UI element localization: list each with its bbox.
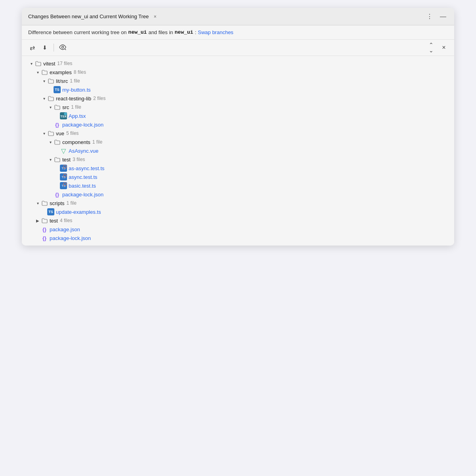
vue-file-icon: ▽: [60, 147, 67, 154]
tree-row-package-lock-root[interactable]: {} package-lock.json: [22, 234, 454, 242]
folder-icon: [41, 200, 48, 207]
chevron-down-icon: ▾: [35, 200, 41, 206]
chevron-placeholder: [35, 235, 41, 241]
chevron-down-icon: ▾: [41, 78, 47, 84]
tree-row-update-examples[interactable]: TS update-examples.ts: [22, 207, 454, 216]
folder-icon: [35, 60, 42, 67]
test-typescript-file-icon: TS: [60, 173, 67, 180]
swap-arrows-icon: ⇄: [30, 44, 35, 52]
toolbar-left: ⇄ ⬇: [27, 42, 68, 53]
folder-icon: [47, 77, 54, 84]
folder-icon: [54, 138, 61, 146]
file-tree: ▾ vitest 17 files ▾ examples 8 files ▾ l…: [22, 56, 454, 246]
file-count-label: 3 files: [73, 157, 85, 162]
minimize-button[interactable]: —: [438, 12, 448, 21]
tree-item-label: package.json: [50, 226, 80, 232]
toolbar-divider: [54, 44, 54, 52]
toolbar: ⇄ ⬇ ⌃⌄ ×: [22, 40, 454, 56]
file-count-label: 1 file: [71, 104, 81, 110]
tree-row-components[interactable]: ▾ components 1 file: [22, 138, 454, 146]
title-bar-right: ⋮ —: [424, 12, 448, 21]
test-typescript-file-icon: TS: [60, 165, 67, 172]
json-file-icon: {}: [41, 234, 48, 242]
folder-icon: [54, 104, 61, 111]
file-count-label: 1 file: [67, 200, 77, 206]
tree-item-label: react-testing-lib: [56, 96, 91, 102]
typescript-file-icon: TS: [54, 86, 61, 93]
tree-row-app-tsx[interactable]: TSX App.tsx: [22, 111, 454, 120]
tree-item-label: components: [62, 139, 90, 145]
swap-icon-button[interactable]: ⇄: [27, 42, 38, 53]
info-suffix: :: [195, 29, 196, 35]
test-typescript-file-icon: TS: [60, 182, 67, 189]
json-file-icon: {}: [41, 226, 48, 233]
chevron-right-icon: ▶: [35, 217, 41, 224]
json-file-icon: {}: [54, 121, 61, 128]
tree-item-label: vitest: [43, 61, 55, 67]
window-title: Changes Between new_ui and Current Worki…: [28, 13, 149, 19]
tree-row-package-json[interactable]: {} package.json: [22, 225, 454, 234]
close-icon: ×: [442, 44, 445, 51]
tree-row-basic-test[interactable]: TS basic.test.ts: [22, 181, 454, 190]
chevron-placeholder: [35, 226, 41, 232]
tree-row-package-lock-vue[interactable]: {} package-lock.json: [22, 190, 454, 199]
chevron-placeholder: [54, 148, 60, 154]
download-icon: ⬇: [42, 44, 47, 51]
close-panel-button[interactable]: ×: [438, 42, 449, 53]
chevron-down-icon: ▾: [41, 130, 47, 136]
tree-row-scripts[interactable]: ▾ scripts 1 file: [22, 199, 454, 207]
tree-row-test-root[interactable]: ▶ test 4 files: [22, 216, 454, 225]
file-count-label: 17 files: [57, 61, 72, 66]
folder-icon: [41, 217, 48, 224]
tree-row-my-button[interactable]: TS my-button.ts: [22, 85, 454, 94]
tab-close-button[interactable]: ×: [152, 13, 158, 20]
up-down-button[interactable]: ⌃⌄: [426, 42, 437, 53]
download-button[interactable]: ⬇: [39, 42, 50, 53]
folder-icon: [54, 156, 61, 163]
chevron-down-icon: ▾: [47, 104, 54, 110]
react-tsx-file-icon: TSX: [60, 112, 67, 119]
folder-icon: [47, 95, 54, 102]
file-count-label: 1 file: [70, 78, 80, 84]
tree-item-label: scripts: [50, 200, 65, 206]
tree-item-label: basic.test.ts: [69, 183, 96, 189]
tree-row-async-test[interactable]: TS async.test.ts: [22, 173, 454, 181]
tree-row-lit-src[interactable]: ▾ lit/src 1 file: [22, 77, 454, 85]
tree-item-label: test: [50, 218, 58, 224]
tree-row-examples[interactable]: ▾ examples 8 files: [22, 68, 454, 77]
tree-row-react-testing-lib[interactable]: ▾ react-testing-lib 2 files: [22, 94, 454, 103]
tree-row-test-vue[interactable]: ▾ test 3 files: [22, 155, 454, 164]
swap-branches-button[interactable]: Swap branches: [198, 29, 234, 35]
chevron-down-icon: ▾: [28, 60, 35, 67]
more-options-button[interactable]: ⋮: [424, 12, 435, 21]
chevron-placeholder: [54, 113, 60, 119]
chevron-down-icon: ▾: [35, 69, 41, 75]
tree-row-vitest[interactable]: ▾ vitest 17 files: [22, 59, 454, 68]
tree-item-label: test: [62, 157, 71, 163]
tree-item-label: AsAsync.vue: [69, 148, 98, 154]
folder-icon: [41, 69, 48, 76]
toolbar-right: ⌃⌄ ×: [426, 42, 449, 53]
tree-item-label: examples: [50, 69, 72, 75]
chevron-down-icon: ▾: [47, 156, 54, 163]
tree-row-package-lock-1[interactable]: {} package-lock.json: [22, 120, 454, 129]
chevron-placeholder: [54, 165, 60, 171]
tree-item-label: package-lock.json: [62, 122, 104, 128]
chevron-down-icon: ▾: [47, 139, 54, 145]
chevron-down-icon: ▾: [41, 95, 47, 102]
file-count-label: 4 files: [60, 218, 72, 223]
title-bar: Changes Between new_ui and Current Worki…: [22, 8, 454, 25]
file-count-label: 5 files: [66, 131, 79, 136]
tree-item-label: src: [62, 104, 69, 110]
chevron-placeholder: [47, 86, 54, 93]
tree-item-label: my-button.ts: [62, 87, 91, 93]
up-down-icon: ⌃⌄: [429, 42, 434, 53]
chevron-placeholder: [54, 174, 60, 180]
tree-row-asasync-vue[interactable]: ▽ AsAsync.vue: [22, 146, 454, 155]
eye-button[interactable]: [57, 42, 68, 53]
tree-item-label: App.tsx: [69, 113, 86, 119]
tree-row-as-async-test[interactable]: TS as-async.test.ts: [22, 164, 454, 173]
tree-row-src[interactable]: ▾ src 1 file: [22, 103, 454, 111]
tree-row-vue[interactable]: ▾ vue 5 files: [22, 129, 454, 138]
chevron-placeholder: [41, 209, 47, 215]
